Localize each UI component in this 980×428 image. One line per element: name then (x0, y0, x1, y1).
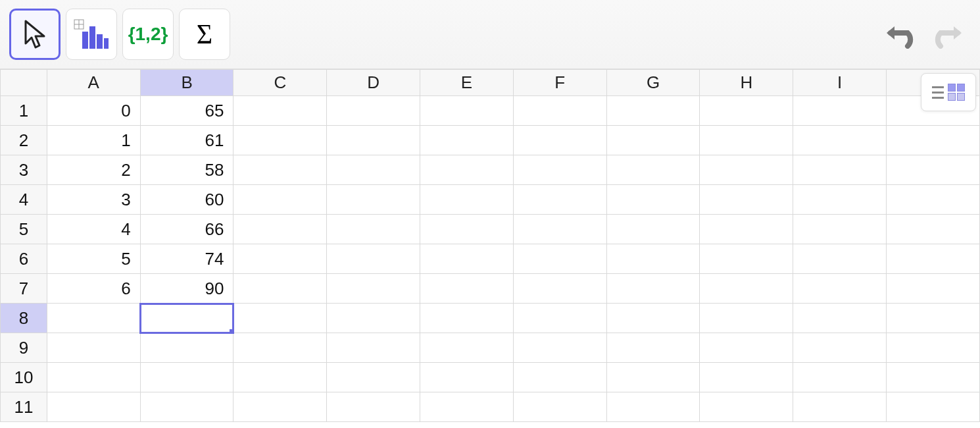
cell-A2[interactable]: 1 (47, 126, 140, 155)
cell-A3[interactable]: 2 (47, 155, 140, 185)
cell-J2[interactable] (887, 126, 980, 155)
cell-G4[interactable] (606, 185, 700, 215)
view-toggle-button[interactable] (921, 73, 976, 111)
column-header-C[interactable]: C (233, 70, 327, 96)
cell-H9[interactable] (700, 333, 793, 363)
column-header-F[interactable]: F (513, 70, 606, 96)
cell-A6[interactable]: 5 (47, 244, 140, 274)
chart-tool-button[interactable] (66, 9, 117, 60)
cell-E2[interactable] (420, 126, 514, 155)
cell-E10[interactable] (420, 363, 514, 392)
sum-tool-button[interactable]: Σ (179, 9, 230, 60)
cell-C6[interactable] (233, 244, 327, 274)
cell-A11[interactable] (47, 392, 140, 422)
cell-C3[interactable] (233, 155, 327, 185)
cell-F2[interactable] (513, 126, 606, 155)
cell-E8[interactable] (420, 304, 514, 333)
cell-F5[interactable] (513, 215, 606, 244)
cell-D11[interactable] (327, 392, 420, 422)
cell-B4[interactable]: 60 (140, 185, 233, 215)
cell-J7[interactable] (887, 274, 980, 304)
cell-D4[interactable] (327, 185, 420, 215)
cell-J3[interactable] (887, 155, 980, 185)
cell-F4[interactable] (513, 185, 606, 215)
cell-J11[interactable] (887, 392, 980, 422)
cell-G11[interactable] (606, 392, 700, 422)
cell-G6[interactable] (606, 244, 700, 274)
cell-I4[interactable] (793, 185, 887, 215)
cell-E1[interactable] (420, 96, 514, 126)
cell-E7[interactable] (420, 274, 514, 304)
cell-H7[interactable] (700, 274, 793, 304)
cell-G9[interactable] (606, 333, 700, 363)
cell-B10[interactable] (140, 363, 233, 392)
cell-A7[interactable]: 6 (47, 274, 140, 304)
row-header-1[interactable]: 1 (1, 96, 47, 126)
cell-E4[interactable] (420, 185, 514, 215)
cell-C7[interactable] (233, 274, 327, 304)
cell-B8[interactable] (140, 304, 233, 333)
cell-F3[interactable] (513, 155, 606, 185)
cell-C11[interactable] (233, 392, 327, 422)
cell-D8[interactable] (327, 304, 420, 333)
cell-H10[interactable] (700, 363, 793, 392)
cell-I7[interactable] (793, 274, 887, 304)
cell-B5[interactable]: 66 (140, 215, 233, 244)
cell-H8[interactable] (700, 304, 793, 333)
cell-F7[interactable] (513, 274, 606, 304)
cell-B2[interactable]: 61 (140, 126, 233, 155)
column-header-G[interactable]: G (606, 70, 700, 96)
row-header-10[interactable]: 10 (1, 363, 47, 392)
cell-J4[interactable] (887, 185, 980, 215)
cell-I3[interactable] (793, 155, 887, 185)
cell-C2[interactable] (233, 126, 327, 155)
cell-E5[interactable] (420, 215, 514, 244)
cell-H5[interactable] (700, 215, 793, 244)
cell-E6[interactable] (420, 244, 514, 274)
cell-H4[interactable] (700, 185, 793, 215)
cell-D9[interactable] (327, 333, 420, 363)
row-header-7[interactable]: 7 (1, 274, 47, 304)
cell-G5[interactable] (606, 215, 700, 244)
column-header-H[interactable]: H (700, 70, 793, 96)
column-header-B[interactable]: B (140, 70, 233, 96)
cell-H2[interactable] (700, 126, 793, 155)
column-header-D[interactable]: D (327, 70, 420, 96)
row-header-4[interactable]: 4 (1, 185, 47, 215)
cell-B3[interactable]: 58 (140, 155, 233, 185)
cell-B1[interactable]: 65 (140, 96, 233, 126)
cell-B9[interactable] (140, 333, 233, 363)
cell-I1[interactable] (793, 96, 887, 126)
cell-A1[interactable]: 0 (47, 96, 140, 126)
column-header-A[interactable]: A (47, 70, 140, 96)
cell-C5[interactable] (233, 215, 327, 244)
cell-I5[interactable] (793, 215, 887, 244)
row-header-11[interactable]: 11 (1, 392, 47, 422)
cell-G10[interactable] (606, 363, 700, 392)
list-tool-button[interactable]: {1,2} (122, 9, 174, 60)
cell-J6[interactable] (887, 244, 980, 274)
cell-G2[interactable] (606, 126, 700, 155)
row-header-5[interactable]: 5 (1, 215, 47, 244)
column-header-E[interactable]: E (420, 70, 514, 96)
row-header-9[interactable]: 9 (1, 333, 47, 363)
cell-D5[interactable] (327, 215, 420, 244)
cell-E11[interactable] (420, 392, 514, 422)
row-header-8[interactable]: 8 (1, 304, 47, 333)
cell-D7[interactable] (327, 274, 420, 304)
cell-A8[interactable] (47, 304, 140, 333)
corner-cell[interactable] (1, 70, 47, 96)
cell-D10[interactable] (327, 363, 420, 392)
row-header-3[interactable]: 3 (1, 155, 47, 185)
cell-D1[interactable] (327, 96, 420, 126)
cell-I10[interactable] (793, 363, 887, 392)
cell-I6[interactable] (793, 244, 887, 274)
cell-F1[interactable] (513, 96, 606, 126)
cell-H11[interactable] (700, 392, 793, 422)
cell-I8[interactable] (793, 304, 887, 333)
cell-F10[interactable] (513, 363, 606, 392)
row-header-6[interactable]: 6 (1, 244, 47, 274)
column-header-I[interactable]: I (793, 70, 887, 96)
cell-F6[interactable] (513, 244, 606, 274)
cell-G7[interactable] (606, 274, 700, 304)
